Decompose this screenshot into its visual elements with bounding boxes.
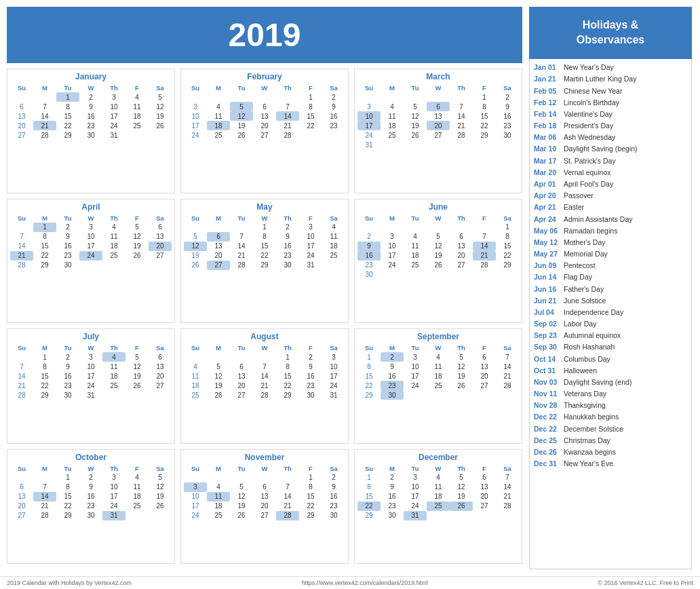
calendar-day[interactable]: 2 <box>299 352 322 362</box>
calendar-day[interactable] <box>125 130 149 140</box>
calendar-day[interactable]: 2 <box>322 473 345 482</box>
calendar-day[interactable]: 6 <box>207 232 230 242</box>
calendar-day[interactable]: 23 <box>322 121 345 130</box>
calendar-day[interactable]: 20 <box>149 242 172 251</box>
calendar-day[interactable]: 29 <box>56 511 79 520</box>
calendar-day[interactable]: 7 <box>33 102 56 111</box>
calendar-day[interactable]: 1 <box>33 223 56 232</box>
calendar-day[interactable] <box>450 140 473 149</box>
calendar-day[interactable]: 28 <box>450 130 473 140</box>
calendar-day[interactable] <box>427 270 450 280</box>
calendar-day[interactable]: 14 <box>276 492 299 501</box>
calendar-day[interactable]: 23 <box>381 501 404 511</box>
calendar-day[interactable]: 11 <box>125 482 149 492</box>
calendar-day[interactable]: 13 <box>10 111 33 121</box>
calendar-day[interactable]: 9 <box>496 102 519 111</box>
calendar-day[interactable]: 27 <box>149 251 172 261</box>
calendar-day[interactable] <box>253 352 276 362</box>
calendar-day[interactable]: 4 <box>125 92 149 102</box>
calendar-day[interactable] <box>125 261 149 270</box>
calendar-day[interactable]: 11 <box>381 111 404 121</box>
calendar-day[interactable]: 3 <box>79 352 102 362</box>
calendar-day[interactable] <box>207 223 230 232</box>
calendar-day[interactable]: 13 <box>253 111 276 121</box>
calendar-day[interactable]: 28 <box>230 261 253 270</box>
calendar-day[interactable]: 8 <box>357 482 381 492</box>
calendar-day[interactable]: 13 <box>230 371 253 381</box>
calendar-day[interactable]: 17 <box>184 121 207 130</box>
calendar-day[interactable]: 17 <box>102 492 125 501</box>
calendar-day[interactable] <box>149 511 172 520</box>
calendar-day[interactable] <box>102 390 125 400</box>
calendar-day[interactable]: 31 <box>404 511 427 520</box>
calendar-day[interactable]: 19 <box>450 492 473 501</box>
calendar-day[interactable]: 3 <box>322 352 345 362</box>
calendar-day[interactable]: 19 <box>230 501 253 511</box>
calendar-day[interactable]: 7 <box>276 482 299 492</box>
calendar-day[interactable] <box>149 261 172 270</box>
calendar-day[interactable]: 16 <box>322 111 345 121</box>
calendar-day[interactable]: 13 <box>149 232 172 242</box>
calendar-day[interactable]: 29 <box>33 261 56 270</box>
calendar-day[interactable]: 21 <box>253 381 276 390</box>
calendar-day[interactable]: 29 <box>33 390 56 400</box>
calendar-day[interactable]: 19 <box>125 242 149 251</box>
calendar-day[interactable]: 29 <box>299 511 322 520</box>
calendar-day[interactable]: 20 <box>149 371 172 381</box>
calendar-day[interactable]: 7 <box>496 473 519 482</box>
calendar-day[interactable]: 1 <box>357 473 381 482</box>
calendar-day[interactable] <box>149 390 172 400</box>
calendar-day[interactable]: 10 <box>79 232 102 242</box>
calendar-day[interactable]: 11 <box>404 242 427 251</box>
calendar-day[interactable]: 12 <box>404 111 427 121</box>
calendar-day[interactable]: 31 <box>102 511 125 520</box>
calendar-day[interactable]: 16 <box>276 242 299 251</box>
calendar-day[interactable]: 27 <box>10 511 33 520</box>
calendar-day[interactable]: 14 <box>33 111 56 121</box>
calendar-day[interactable]: 30 <box>56 261 79 270</box>
calendar-day[interactable]: 1 <box>56 473 79 482</box>
calendar-day[interactable]: 2 <box>381 352 404 362</box>
calendar-day[interactable] <box>427 140 450 149</box>
calendar-day[interactable]: 28 <box>10 261 33 270</box>
calendar-day[interactable]: 20 <box>10 501 33 511</box>
calendar-day[interactable]: 19 <box>149 492 172 501</box>
calendar-day[interactable] <box>276 92 299 102</box>
calendar-day[interactable]: 2 <box>79 92 102 102</box>
calendar-day[interactable]: 19 <box>184 251 207 261</box>
calendar-day[interactable]: 27 <box>450 261 473 270</box>
calendar-day[interactable]: 15 <box>276 371 299 381</box>
calendar-day[interactable]: 20 <box>427 121 450 130</box>
calendar-day[interactable]: 10 <box>102 102 125 111</box>
calendar-day[interactable]: 16 <box>56 371 79 381</box>
calendar-day[interactable]: 4 <box>427 473 450 482</box>
calendar-day[interactable]: 6 <box>450 232 473 242</box>
calendar-day[interactable]: 21 <box>473 251 496 261</box>
calendar-day[interactable] <box>450 390 473 400</box>
calendar-day[interactable]: 9 <box>56 362 79 371</box>
calendar-day[interactable]: 9 <box>322 102 345 111</box>
calendar-day[interactable]: 22 <box>496 251 519 261</box>
calendar-day[interactable]: 18 <box>207 501 230 511</box>
calendar-day[interactable]: 1 <box>253 223 276 232</box>
calendar-day[interactable]: 19 <box>427 251 450 261</box>
calendar-day[interactable]: 10 <box>102 482 125 492</box>
calendar-day[interactable]: 17 <box>357 121 381 130</box>
calendar-day[interactable]: 26 <box>207 390 230 400</box>
calendar-day[interactable]: 25 <box>184 390 207 400</box>
calendar-day[interactable]: 29 <box>357 511 381 520</box>
calendar-day[interactable]: 10 <box>357 111 381 121</box>
calendar-day[interactable]: 12 <box>450 482 473 492</box>
calendar-day[interactable]: 6 <box>473 352 496 362</box>
calendar-day[interactable]: 30 <box>299 390 322 400</box>
calendar-day[interactable]: 1 <box>33 352 56 362</box>
calendar-day[interactable] <box>427 390 450 400</box>
calendar-day[interactable]: 5 <box>125 352 149 362</box>
calendar-day[interactable]: 4 <box>102 223 125 232</box>
calendar-day[interactable]: 29 <box>473 130 496 140</box>
calendar-day[interactable]: 18 <box>102 371 125 381</box>
calendar-day[interactable]: 4 <box>207 482 230 492</box>
calendar-day[interactable]: 23 <box>381 381 404 390</box>
calendar-day[interactable]: 24 <box>357 130 381 140</box>
calendar-day[interactable]: 11 <box>184 371 207 381</box>
